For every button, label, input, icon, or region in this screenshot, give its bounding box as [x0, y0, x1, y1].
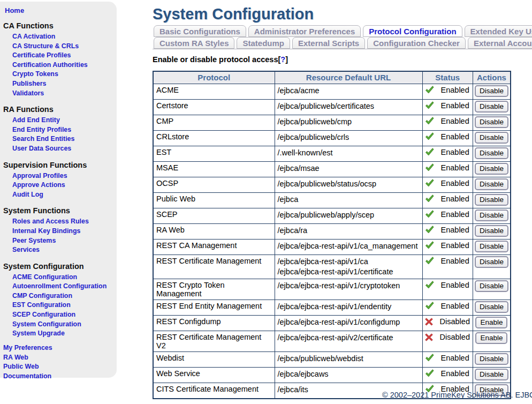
url-list: /ejbca/ejbca-rest-api/v2/certificate	[278, 333, 420, 343]
table-row: REST Crypto Token Management /ejbca/ejbc…	[153, 279, 511, 300]
protocols-table-head: Protocol Resource Default URL Status Act…	[153, 71, 511, 84]
sidebar-item[interactable]: EST Configuration	[12, 301, 117, 310]
status-cell: Enabled	[422, 240, 473, 255]
toggle-protocol-button[interactable]: Disable	[475, 147, 508, 159]
sidebar-item[interactable]: Approve Actions	[12, 181, 117, 190]
url-value: /ejbca/publicweb/apply/scep	[278, 210, 420, 220]
tab[interactable]: Configuration Checker	[367, 37, 466, 49]
sidebar-item[interactable]: Publishers	[12, 79, 117, 89]
sidebar-item[interactable]: Internal Key Bindings	[12, 227, 117, 236]
url-value: /ejbca/ejbca-rest-api/v1/ca	[278, 257, 420, 267]
sidebar-item[interactable]: Certification Authorities	[12, 61, 117, 70]
toggle-protocol-button[interactable]: Disable	[475, 163, 508, 175]
help-link[interactable]: ?	[280, 55, 285, 64]
sidebar-item[interactable]: CA Structure & CRLs	[12, 42, 117, 51]
status-label: Enabled	[441, 132, 469, 141]
status-label: Enabled	[441, 117, 469, 125]
tab[interactable]: External Scripts	[292, 37, 365, 49]
sidebar-item[interactable]: Validators	[12, 89, 117, 99]
protocol-name-cell: REST CA Management	[153, 240, 275, 255]
toggle-protocol-button[interactable]: Disable	[475, 256, 508, 268]
table-row: Certstore /ejbca/publicweb/certificates …	[153, 100, 511, 115]
sidebar-link[interactable]: Public Web	[3, 362, 117, 372]
toggle-protocol-button[interactable]: Disable	[475, 101, 508, 113]
toggle-protocol-button[interactable]: Disable	[475, 132, 508, 144]
sidebar-item[interactable]: Certificate Profiles	[12, 51, 117, 61]
col-header-protocol: Protocol	[153, 71, 275, 84]
cross-icon	[425, 318, 433, 327]
toggle-protocol-button[interactable]: Disable	[475, 369, 508, 380]
sidebar-item[interactable]: ACME Configuration	[12, 273, 117, 282]
section-caption: Enable or disable protocol access[?]	[153, 55, 532, 64]
protocol-url-cell: /ejbca/publicweb/crls	[275, 131, 422, 146]
url-value: /ejbca	[278, 194, 420, 205]
sidebar-item[interactable]: Add End Entity	[12, 116, 117, 125]
sidebar-item[interactable]: Approval Profiles	[12, 171, 117, 181]
sidebar-item[interactable]: User Data Sources	[12, 144, 117, 154]
actions-cell: Disable	[473, 224, 511, 240]
toggle-protocol-button[interactable]: Enable	[475, 317, 507, 328]
sidebar-item[interactable]: Audit Log	[12, 190, 117, 200]
toggle-protocol-button[interactable]: Disable	[475, 241, 508, 252]
status-cell: Enabled	[422, 300, 473, 316]
status-cell: Enabled	[422, 368, 473, 383]
sidebar-item[interactable]: Search End Entities	[12, 134, 117, 144]
toggle-protocol-button[interactable]: Disable	[475, 301, 508, 313]
sidebar-item[interactable]: CA Activation	[12, 32, 117, 42]
sidebar: Home CA Functions CA Activation CA Struc…	[0, 2, 117, 378]
table-row: REST Certificate Management /ejbca/ejbca…	[153, 255, 511, 279]
protocol-name-cell: REST Certificate Management V2	[153, 331, 275, 352]
table-row: SCEP /ejbca/publicweb/apply/scep Enabled	[153, 208, 511, 224]
toggle-protocol-button[interactable]: Disable	[475, 194, 508, 206]
table-row: Public Web /ejbca Enabled	[153, 193, 511, 208]
status-cell: Enabled	[422, 352, 473, 368]
tab[interactable]: Basic Configurations	[154, 25, 246, 37]
sidebar-item-home[interactable]: Home	[5, 6, 117, 14]
toggle-protocol-button[interactable]: Disable	[475, 225, 508, 237]
toggle-protocol-button[interactable]: Disable	[475, 85, 508, 97]
tab[interactable]: External Account Bindings	[468, 37, 532, 49]
sidebar-link[interactable]: RA Web	[3, 353, 117, 363]
sidebar-link[interactable]: My Preferences	[3, 343, 117, 353]
url-value: /ejbca/publicweb/cmp	[278, 117, 420, 127]
toggle-protocol-button[interactable]: Disable	[475, 178, 508, 190]
toggle-protocol-button[interactable]: Enable	[475, 332, 507, 344]
sidebar-link[interactable]: Documentation	[3, 372, 117, 381]
url-value: /ejbca/ejbca-rest-api/v1/cryptotoken	[278, 281, 420, 291]
status-cell: Disabled	[422, 331, 473, 352]
sidebar-item[interactable]: Peer Systems	[12, 236, 117, 246]
actions-cell: Disable	[473, 193, 511, 208]
toggle-protocol-button[interactable]: Disable	[475, 116, 508, 128]
status-cell: Enabled	[422, 177, 473, 193]
protocol-url-cell: /ejbca/msae	[275, 162, 422, 177]
tab[interactable]: Extended Key Usages	[465, 25, 532, 37]
tab[interactable]: Administrator Preferences	[248, 25, 361, 37]
sidebar-item[interactable]: Services	[12, 245, 117, 255]
status-cell: Enabled	[422, 146, 473, 162]
tab[interactable]: Custom RA Styles	[154, 37, 234, 49]
col-header-url: Resource Default URL	[275, 71, 422, 84]
sidebar-item[interactable]: SCEP Configuration	[12, 310, 117, 320]
url-value: /ejbca/ejbca-rest-api/v1/endentity	[278, 302, 420, 312]
sidebar-item[interactable]: Autoenrollment Configuration	[12, 282, 117, 291]
actions-cell: Disable	[473, 300, 511, 316]
sidebar-item[interactable]: Roles and Access Rules	[12, 217, 117, 227]
tab[interactable]: Protocol Configuration	[363, 25, 462, 37]
protocol-name-cell: SCEP	[153, 208, 275, 224]
sidebar-item[interactable]: Crypto Tokens	[12, 70, 117, 79]
url-list: /ejbca/publicweb/crls	[278, 132, 420, 143]
sidebar-section-label: System Configuration	[3, 262, 117, 271]
sidebar-item[interactable]: CMP Configuration	[12, 291, 117, 301]
sidebar-item[interactable]: System Configuration	[12, 320, 117, 330]
url-list: /ejbca/ejbcaws	[278, 369, 420, 379]
table-row: Webdist /ejbca/publicweb/webdist Enabled	[153, 352, 511, 368]
sidebar-section-label: Supervision Functions	[3, 161, 117, 169]
toggle-protocol-button[interactable]: Disable	[475, 353, 508, 365]
sidebar-item[interactable]: System Upgrade	[12, 329, 117, 339]
status-label: Enabled	[441, 369, 469, 378]
check-icon	[425, 210, 434, 220]
sidebar-item[interactable]: End Entity Profiles	[12, 125, 117, 135]
toggle-protocol-button[interactable]: Disable	[475, 280, 508, 292]
tab[interactable]: Statedump	[237, 37, 290, 49]
toggle-protocol-button[interactable]: Disable	[475, 210, 508, 221]
